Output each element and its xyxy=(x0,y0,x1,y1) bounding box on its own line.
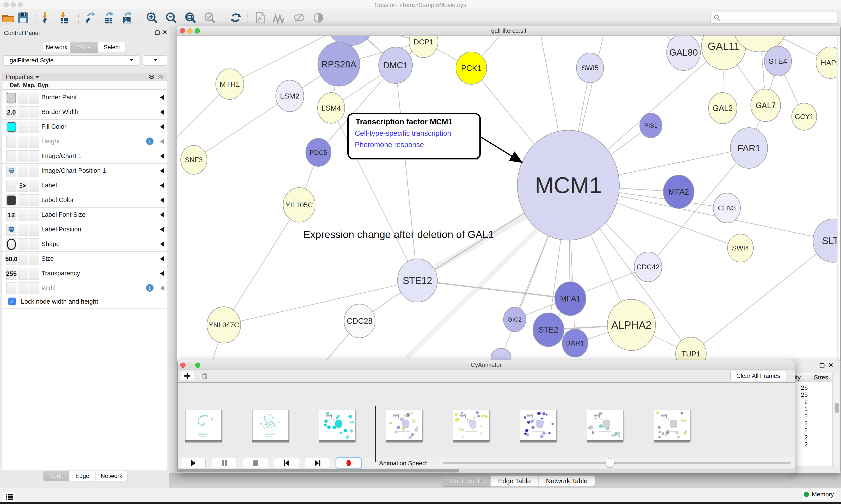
property-row-image-chart-position-1[interactable]: Image/Chart Position 1 xyxy=(2,164,167,178)
zoom-out-button[interactable] xyxy=(165,12,177,24)
save-session-button[interactable] xyxy=(17,12,29,24)
property-row-border-width[interactable]: 2.0Border Width xyxy=(2,105,167,120)
close-panel-icon[interactable]: ✕ xyxy=(162,29,167,36)
property-row-transparency[interactable]: 255Transparency xyxy=(2,266,167,281)
node-cln3[interactable]: CLN3 xyxy=(713,193,740,223)
tab-edge-table[interactable]: Edge Table xyxy=(490,475,539,486)
node-gal80[interactable]: GAL80 xyxy=(667,36,700,71)
node-swi5[interactable]: SWI5 xyxy=(576,53,604,83)
annotation-link-1[interactable]: Cell-type-specific transcription xyxy=(355,129,451,138)
network-edge[interactable] xyxy=(224,281,417,325)
memory-button[interactable]: Memory xyxy=(802,489,836,500)
position-icon[interactable] xyxy=(8,168,15,174)
default-swatch[interactable] xyxy=(7,93,16,103)
search-field[interactable] xyxy=(711,12,838,24)
node-dcp1[interactable]: DCP1 xyxy=(409,36,438,58)
property-row-size[interactable]: 50.0Size xyxy=(2,252,167,266)
frame-thumbnail-7[interactable] xyxy=(654,410,690,441)
collapse-all-icon[interactable] xyxy=(157,74,164,80)
node-slt2[interactable]: SLT2 xyxy=(813,219,837,262)
frame-thumbnail-0[interactable] xyxy=(185,410,222,441)
tab-network-style[interactable]: Network xyxy=(95,471,127,481)
record-button[interactable] xyxy=(336,458,361,468)
expand-property-icon[interactable] xyxy=(160,242,164,247)
expand-property-icon[interactable] xyxy=(160,124,164,129)
go-to-end-button[interactable] xyxy=(305,458,330,468)
tab-network-table[interactable]: Network Table xyxy=(539,475,595,486)
import-network-button[interactable] xyxy=(41,12,53,24)
property-row-width[interactable]: Widthi xyxy=(2,281,167,295)
expand-property-icon[interactable] xyxy=(160,198,164,202)
frame-thumbnail-4[interactable] xyxy=(453,410,489,441)
node-dmc1[interactable]: DMC1 xyxy=(379,47,412,84)
property-row-label[interactable]: Label xyxy=(2,178,167,193)
network-canvas[interactable]: DCP1RPS28ADMC1PCK1MTH1LSM2LSM4SNF3PDC5YI… xyxy=(177,36,838,361)
search-input[interactable] xyxy=(723,13,834,22)
panel-window-icons[interactable]: ▢✕ xyxy=(819,362,837,369)
tab-network[interactable]: Network xyxy=(43,42,71,53)
expand-all-icon[interactable] xyxy=(148,74,155,80)
node-pdc5[interactable]: PDC5 xyxy=(306,138,331,166)
default-value[interactable]: 50.0 xyxy=(5,255,18,263)
property-row-border-paint[interactable]: Border Paint xyxy=(2,90,167,105)
frame-thumbnail-5[interactable] xyxy=(520,410,556,441)
zoom-fit-button[interactable] xyxy=(184,12,197,24)
network-window-titlebar[interactable]: galFiltered.sif xyxy=(177,26,840,36)
node-gcy1[interactable]: GCY1 xyxy=(792,103,817,130)
info-icon[interactable]: i xyxy=(146,284,154,292)
node-alpha2[interactable]: ALPHA2 xyxy=(607,299,656,350)
node-ste12[interactable]: STE12 xyxy=(397,259,437,302)
import-table-button[interactable] xyxy=(59,12,71,24)
open-session-button[interactable] xyxy=(2,12,14,24)
tab-edge[interactable]: Edge xyxy=(69,471,95,481)
info-icon[interactable]: i xyxy=(146,138,154,145)
node-cdc42[interactable]: CDC42 xyxy=(634,252,662,282)
node-yil105c[interactable]: YIL105C xyxy=(283,187,315,222)
node-cdc28[interactable]: CDC28 xyxy=(344,304,375,338)
node-lsm2[interactable]: LSM2 xyxy=(276,80,304,112)
ellipse-shape-icon[interactable] xyxy=(7,239,16,250)
expand-property-icon[interactable] xyxy=(160,286,164,290)
node-hap2[interactable]: HAP2 xyxy=(816,47,837,78)
node-gic2[interactable]: GIC2 xyxy=(503,307,526,332)
property-row-label-position[interactable]: Label Position xyxy=(2,222,167,237)
default-value[interactable]: 255 xyxy=(6,270,17,277)
refresh-button[interactable] xyxy=(230,12,242,24)
animation-speed-slider[interactable] xyxy=(443,462,791,464)
property-row-label-font-size[interactable]: 12Label Font Size xyxy=(2,208,167,222)
frame-thumbnail-6[interactable] xyxy=(587,410,623,441)
expand-property-icon[interactable] xyxy=(160,110,164,114)
property-row-label-color[interactable]: Label Color xyxy=(2,193,167,208)
node-ynl047c[interactable]: YNL047C xyxy=(207,307,241,343)
network-edge[interactable] xyxy=(224,205,299,325)
property-row-shape[interactable]: Shape xyxy=(2,237,167,252)
node-mcm1[interactable]: MCM1 xyxy=(517,130,619,240)
property-row-height[interactable]: Heighti xyxy=(2,134,167,149)
mapping-icon[interactable] xyxy=(19,182,26,189)
node-gal2[interactable]: GAL2 xyxy=(709,93,737,124)
node-tup1[interactable]: TUP1 xyxy=(676,337,706,361)
add-frame-button[interactable] xyxy=(181,371,194,381)
default-swatch[interactable] xyxy=(7,122,16,132)
clear-all-frames-button[interactable]: Clear All Frames xyxy=(730,371,786,381)
table-scrollbar[interactable] xyxy=(834,373,839,466)
node-mfa2[interactable]: MFA2 xyxy=(663,175,694,209)
node-ste2[interactable]: STE2 xyxy=(533,313,564,346)
tab-select[interactable]: Select xyxy=(98,42,125,53)
default-value[interactable]: 12 xyxy=(8,212,15,219)
property-row-image-chart-1[interactable]: Image/Chart 1 xyxy=(2,149,167,164)
frame-thumbnail-2[interactable] xyxy=(319,410,355,441)
node-snf3[interactable]: SNF3 xyxy=(181,145,207,174)
style-options-button[interactable] xyxy=(143,55,167,66)
panel-list-button[interactable] xyxy=(3,492,15,502)
timeline-playhead[interactable] xyxy=(375,406,376,462)
node-mfa1[interactable]: MFA1 xyxy=(555,282,586,316)
expand-property-icon[interactable] xyxy=(160,168,164,173)
node-rps28a[interactable]: RPS28A xyxy=(318,42,360,86)
node-swi4[interactable]: SWI4 xyxy=(728,234,753,262)
cyanimator-titlebar[interactable]: CyAnimator xyxy=(178,360,795,370)
node-pck1[interactable]: PCK1 xyxy=(456,52,487,84)
expand-property-icon[interactable] xyxy=(160,154,164,159)
annotation-box[interactable]: Transcription factor MCM1 Cell-type-spec… xyxy=(347,113,481,159)
expand-property-icon[interactable] xyxy=(160,139,164,144)
